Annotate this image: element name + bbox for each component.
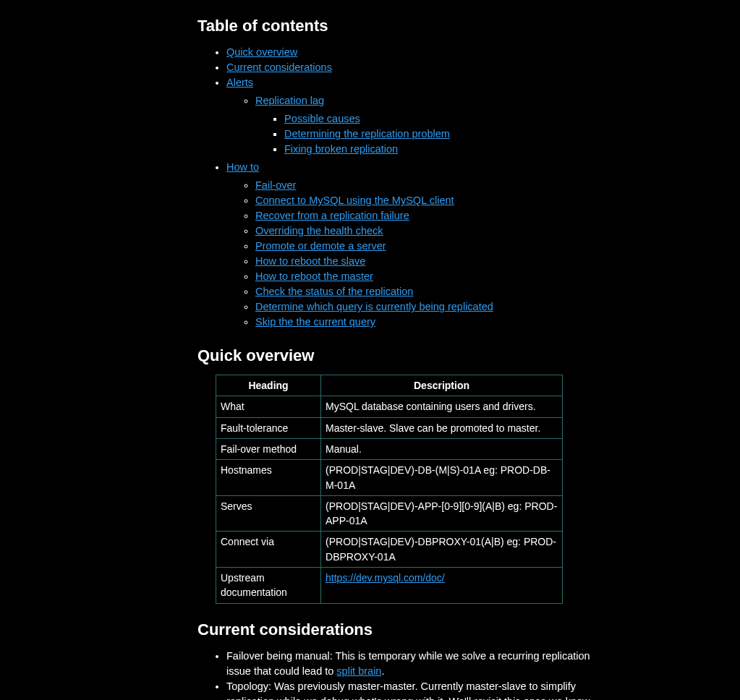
- cell-desc: Master-slave. Slave can be promoted to m…: [321, 417, 563, 438]
- toc-item: Check the status of the replication: [255, 284, 617, 299]
- section-quick-heading: Quick overview: [197, 344, 617, 367]
- text: Failover being manual: This is temporary…: [226, 650, 590, 677]
- cell-heading: What: [216, 396, 321, 417]
- quick-table: Heading Description What MySQL database …: [216, 375, 563, 604]
- table-row: Hostnames (PROD|STAG|DEV)-DB-(M|S)-01A e…: [216, 460, 563, 496]
- toc-item: Possible causes: [284, 111, 617, 127]
- section-current-heading: Current considerations: [197, 618, 617, 641]
- table-row: Fail-over method Manual.: [216, 438, 563, 459]
- toc-item: Skip the the current query: [255, 315, 617, 330]
- text: .: [381, 665, 384, 677]
- toc-link-current[interactable]: Current considerations: [226, 61, 332, 73]
- list-item: Topology: Was previously master-master. …: [226, 679, 617, 700]
- th-description: Description: [321, 375, 563, 396]
- toc-link-rebootslave[interactable]: How to reboot the slave: [255, 255, 365, 267]
- cell-desc: (PROD|STAG|DEV)-DB-(M|S)-01A eg: PROD-DB…: [321, 460, 563, 496]
- toc-link-skip[interactable]: Skip the the current query: [255, 316, 375, 328]
- toc-item: Current considerations: [226, 60, 617, 75]
- toc-item: How to Fail-over Connect to MySQL using …: [226, 160, 617, 330]
- current-list: Failover being manual: This is temporary…: [197, 649, 617, 700]
- split-brain-link[interactable]: split brain: [336, 665, 381, 677]
- upstream-link[interactable]: https://dev.mysql.com/doc/: [326, 572, 445, 584]
- cell-heading: Hostnames: [216, 460, 321, 496]
- toc-link-possible[interactable]: Possible causes: [284, 113, 360, 124]
- toc-sublist: Fail-over Connect to MySQL using the MyS…: [226, 178, 617, 330]
- toc-sublist: Possible causes Determining the replicat…: [255, 111, 617, 157]
- table-row: Connect via (PROD|STAG|DEV)-DBPROXY-01(A…: [216, 532, 563, 568]
- toc-item: Replication lag Possible causes Determin…: [255, 93, 617, 157]
- cell-desc: (PROD|STAG|DEV)-DBPROXY-01(A|B) eg: PROD…: [321, 532, 563, 568]
- cell-heading: Connect via: [216, 532, 321, 568]
- toc-link-recover[interactable]: Recover from a replication failure: [255, 210, 409, 221]
- toc-link-replag[interactable]: Replication lag: [255, 95, 324, 106]
- toc-link-quick[interactable]: Quick overview: [226, 46, 297, 58]
- toc-item: Fail-over: [255, 178, 617, 193]
- toc-item: Quick overview: [226, 45, 617, 60]
- toc-item: How to reboot the slave: [255, 254, 617, 269]
- table-row: Fault-tolerance Master-slave. Slave can …: [216, 417, 563, 438]
- cell-heading: Serves: [216, 495, 321, 532]
- toc-item: Connect to MySQL using the MySQL client: [255, 193, 617, 208]
- toc-link-determine[interactable]: Determine which query is currently being…: [255, 301, 493, 312]
- toc-link-howto[interactable]: How to: [226, 161, 259, 173]
- table-row: What MySQL database containing users and…: [216, 396, 563, 417]
- cell-desc: Manual.: [321, 438, 563, 459]
- table-row: Serves (PROD|STAG|DEV)-APP-[0-9][0-9](A|…: [216, 495, 563, 532]
- toc-item: Determining the replication problem: [284, 127, 617, 142]
- toc-link-fixing[interactable]: Fixing broken replication: [284, 143, 398, 155]
- toc-item: Alerts Replication lag Possible causes D…: [226, 75, 617, 157]
- toc-link-rebootmaster[interactable]: How to reboot the master: [255, 270, 373, 282]
- cell-heading: Fault-tolerance: [216, 417, 321, 438]
- list-item: Failover being manual: This is temporary…: [226, 649, 617, 679]
- toc-item: Determine which query is currently being…: [255, 299, 617, 315]
- toc-link-promote[interactable]: Promote or demote a server: [255, 240, 386, 252]
- toc-heading: Table of contents: [197, 14, 617, 38]
- toc-item: Fixing broken replication: [284, 142, 617, 157]
- cell-heading: Upstream documentation: [216, 568, 321, 604]
- document-content: Table of contents Quick overview Current…: [190, 14, 624, 700]
- cell-desc: https://dev.mysql.com/doc/: [321, 568, 563, 604]
- toc-item: Recover from a replication failure: [255, 208, 617, 223]
- table-row: Upstream documentation https://dev.mysql…: [216, 568, 563, 604]
- toc-link-override[interactable]: Overriding the health check: [255, 225, 383, 236]
- toc-item: How to reboot the master: [255, 269, 617, 284]
- toc-link-failover[interactable]: Fail-over: [255, 179, 296, 191]
- cell-heading: Fail-over method: [216, 438, 321, 459]
- toc-link-connect[interactable]: Connect to MySQL using the MySQL client: [255, 195, 454, 206]
- toc-list: Quick overview Current considerations Al…: [197, 45, 617, 330]
- toc-item: Promote or demote a server: [255, 239, 617, 254]
- toc-sublist: Replication lag Possible causes Determin…: [226, 93, 617, 157]
- toc-link-alerts[interactable]: Alerts: [226, 77, 253, 88]
- cell-desc: (PROD|STAG|DEV)-APP-[0-9][0-9](A|B) eg: …: [321, 495, 563, 532]
- th-heading: Heading: [216, 375, 321, 396]
- toc-link-checkstatus[interactable]: Check the status of the replication: [255, 286, 413, 297]
- cell-desc: MySQL database containing users and driv…: [321, 396, 563, 417]
- toc-link-determining[interactable]: Determining the replication problem: [284, 128, 450, 140]
- toc-item: Overriding the health check: [255, 223, 617, 239]
